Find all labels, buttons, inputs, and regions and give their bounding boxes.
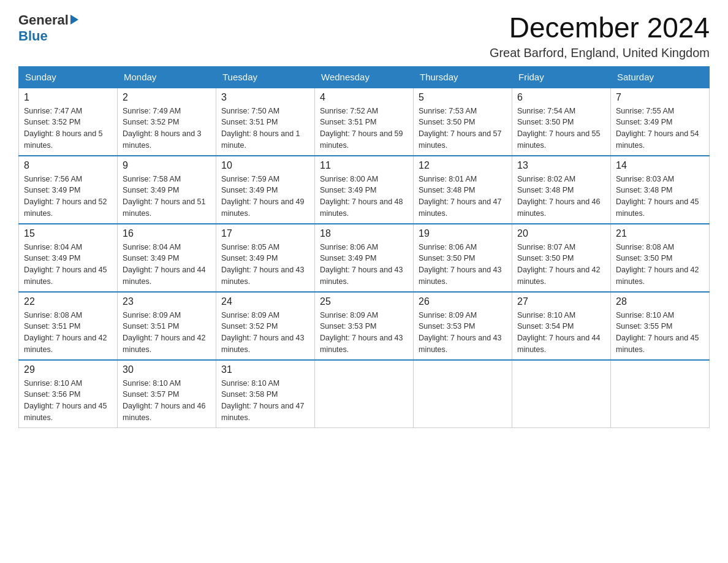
day-number: 14 — [616, 160, 704, 171]
calendar-cell: 31Sunrise: 8:10 AMSunset: 3:58 PMDayligh… — [216, 360, 315, 428]
day-info: Sunrise: 7:52 AMSunset: 3:51 PMDaylight:… — [320, 105, 408, 151]
calendar-cell: 6Sunrise: 7:54 AMSunset: 3:50 PMDaylight… — [512, 88, 611, 156]
day-number: 3 — [221, 92, 309, 103]
day-info: Sunrise: 8:03 AMSunset: 3:48 PMDaylight:… — [616, 174, 704, 220]
calendar-table: SundayMondayTuesdayWednesdayThursdayFrid… — [18, 66, 710, 428]
weekday-header-sunday: Sunday — [19, 66, 118, 88]
day-number: 31 — [221, 364, 309, 375]
day-info: Sunrise: 8:06 AMSunset: 3:49 PMDaylight:… — [320, 242, 408, 288]
calendar-cell: 14Sunrise: 8:03 AMSunset: 3:48 PMDayligh… — [611, 156, 710, 224]
day-number: 11 — [320, 160, 408, 171]
day-info: Sunrise: 8:02 AMSunset: 3:48 PMDaylight:… — [517, 174, 605, 220]
calendar-cell: 9Sunrise: 7:58 AMSunset: 3:49 PMDaylight… — [118, 156, 216, 224]
day-number: 27 — [517, 296, 605, 307]
day-number: 18 — [320, 228, 408, 239]
week-row-4: 22Sunrise: 8:08 AMSunset: 3:51 PMDayligh… — [19, 292, 710, 360]
day-number: 4 — [320, 92, 408, 103]
logo-general: General — [18, 12, 69, 28]
day-info: Sunrise: 7:58 AMSunset: 3:49 PMDaylight:… — [123, 174, 211, 220]
day-info: Sunrise: 7:53 AMSunset: 3:50 PMDaylight:… — [419, 105, 507, 151]
main-title: December 2024 — [490, 12, 710, 44]
day-number: 24 — [221, 296, 309, 307]
day-number: 5 — [419, 92, 507, 103]
calendar-cell: 26Sunrise: 8:09 AMSunset: 3:53 PMDayligh… — [414, 292, 512, 360]
calendar-cell: 11Sunrise: 8:00 AMSunset: 3:49 PMDayligh… — [315, 156, 414, 224]
logo: General Blue — [18, 12, 78, 44]
weekday-header-monday: Monday — [118, 66, 216, 88]
day-info: Sunrise: 8:01 AMSunset: 3:48 PMDaylight:… — [419, 174, 507, 220]
calendar-cell: 24Sunrise: 8:09 AMSunset: 3:52 PMDayligh… — [216, 292, 315, 360]
weekday-header-row: SundayMondayTuesdayWednesdayThursdayFrid… — [19, 66, 710, 88]
day-number: 16 — [123, 228, 211, 239]
day-number: 17 — [221, 228, 309, 239]
day-info: Sunrise: 8:09 AMSunset: 3:51 PMDaylight:… — [123, 310, 211, 356]
day-number: 9 — [123, 160, 211, 171]
day-number: 20 — [517, 228, 605, 239]
calendar-cell: 3Sunrise: 7:50 AMSunset: 3:51 PMDaylight… — [216, 88, 315, 156]
page-header: General Blue December 2024 Great Barford… — [18, 12, 710, 60]
calendar-cell: 13Sunrise: 8:02 AMSunset: 3:48 PMDayligh… — [512, 156, 611, 224]
day-info: Sunrise: 8:10 AMSunset: 3:57 PMDaylight:… — [123, 378, 211, 424]
calendar-cell: 21Sunrise: 8:08 AMSunset: 3:50 PMDayligh… — [611, 224, 710, 292]
day-info: Sunrise: 8:05 AMSunset: 3:49 PMDaylight:… — [221, 242, 309, 288]
logo-blue: Blue — [18, 28, 78, 44]
weekday-header-friday: Friday — [512, 66, 611, 88]
week-row-1: 1Sunrise: 7:47 AMSunset: 3:52 PMDaylight… — [19, 88, 710, 156]
day-number: 7 — [616, 92, 704, 103]
day-number: 1 — [24, 92, 112, 103]
calendar-cell: 30Sunrise: 8:10 AMSunset: 3:57 PMDayligh… — [118, 360, 216, 428]
title-block: December 2024 Great Barford, England, Un… — [490, 12, 710, 60]
weekday-header-wednesday: Wednesday — [315, 66, 414, 88]
day-number: 26 — [419, 296, 507, 307]
day-info: Sunrise: 8:08 AMSunset: 3:50 PMDaylight:… — [616, 242, 704, 288]
day-info: Sunrise: 8:10 AMSunset: 3:55 PMDaylight:… — [616, 310, 704, 356]
day-info: Sunrise: 8:09 AMSunset: 3:53 PMDaylight:… — [419, 310, 507, 356]
weekday-header-thursday: Thursday — [414, 66, 512, 88]
calendar-cell: 17Sunrise: 8:05 AMSunset: 3:49 PMDayligh… — [216, 224, 315, 292]
day-number: 6 — [517, 92, 605, 103]
day-info: Sunrise: 8:10 AMSunset: 3:54 PMDaylight:… — [517, 310, 605, 356]
week-row-2: 8Sunrise: 7:56 AMSunset: 3:49 PMDaylight… — [19, 156, 710, 224]
day-info: Sunrise: 7:50 AMSunset: 3:51 PMDaylight:… — [221, 105, 309, 151]
calendar-cell: 15Sunrise: 8:04 AMSunset: 3:49 PMDayligh… — [19, 224, 118, 292]
day-number: 29 — [24, 364, 112, 375]
day-number: 30 — [123, 364, 211, 375]
day-number: 23 — [123, 296, 211, 307]
calendar-cell: 22Sunrise: 8:08 AMSunset: 3:51 PMDayligh… — [19, 292, 118, 360]
day-number: 21 — [616, 228, 704, 239]
weekday-header-saturday: Saturday — [611, 66, 710, 88]
day-info: Sunrise: 7:47 AMSunset: 3:52 PMDaylight:… — [24, 105, 112, 151]
day-number: 22 — [24, 296, 112, 307]
day-number: 12 — [419, 160, 507, 171]
day-number: 13 — [517, 160, 605, 171]
weekday-header-tuesday: Tuesday — [216, 66, 315, 88]
day-number: 19 — [419, 228, 507, 239]
calendar-cell: 18Sunrise: 8:06 AMSunset: 3:49 PMDayligh… — [315, 224, 414, 292]
day-info: Sunrise: 8:04 AMSunset: 3:49 PMDaylight:… — [123, 242, 211, 288]
day-info: Sunrise: 8:04 AMSunset: 3:49 PMDaylight:… — [24, 242, 112, 288]
day-info: Sunrise: 7:49 AMSunset: 3:52 PMDaylight:… — [123, 105, 211, 151]
day-info: Sunrise: 8:09 AMSunset: 3:52 PMDaylight:… — [221, 310, 309, 356]
day-info: Sunrise: 8:10 AMSunset: 3:58 PMDaylight:… — [221, 378, 309, 424]
day-number: 15 — [24, 228, 112, 239]
calendar-cell: 23Sunrise: 8:09 AMSunset: 3:51 PMDayligh… — [118, 292, 216, 360]
calendar-cell: 7Sunrise: 7:55 AMSunset: 3:49 PMDaylight… — [611, 88, 710, 156]
day-number: 28 — [616, 296, 704, 307]
calendar-cell: 25Sunrise: 8:09 AMSunset: 3:53 PMDayligh… — [315, 292, 414, 360]
day-info: Sunrise: 7:56 AMSunset: 3:49 PMDaylight:… — [24, 174, 112, 220]
calendar-cell: 5Sunrise: 7:53 AMSunset: 3:50 PMDaylight… — [414, 88, 512, 156]
day-info: Sunrise: 7:55 AMSunset: 3:49 PMDaylight:… — [616, 105, 704, 151]
day-info: Sunrise: 8:07 AMSunset: 3:50 PMDaylight:… — [517, 242, 605, 288]
calendar-cell — [512, 360, 611, 428]
calendar-cell: 20Sunrise: 8:07 AMSunset: 3:50 PMDayligh… — [512, 224, 611, 292]
day-info: Sunrise: 7:54 AMSunset: 3:50 PMDaylight:… — [517, 105, 605, 151]
subtitle: Great Barford, England, United Kingdom — [490, 46, 710, 60]
calendar-cell: 19Sunrise: 8:06 AMSunset: 3:50 PMDayligh… — [414, 224, 512, 292]
day-info: Sunrise: 8:09 AMSunset: 3:53 PMDaylight:… — [320, 310, 408, 356]
day-info: Sunrise: 8:08 AMSunset: 3:51 PMDaylight:… — [24, 310, 112, 356]
calendar-cell: 10Sunrise: 7:59 AMSunset: 3:49 PMDayligh… — [216, 156, 315, 224]
day-info: Sunrise: 7:59 AMSunset: 3:49 PMDaylight:… — [221, 174, 309, 220]
day-number: 8 — [24, 160, 112, 171]
calendar-cell — [611, 360, 710, 428]
calendar-cell: 2Sunrise: 7:49 AMSunset: 3:52 PMDaylight… — [118, 88, 216, 156]
